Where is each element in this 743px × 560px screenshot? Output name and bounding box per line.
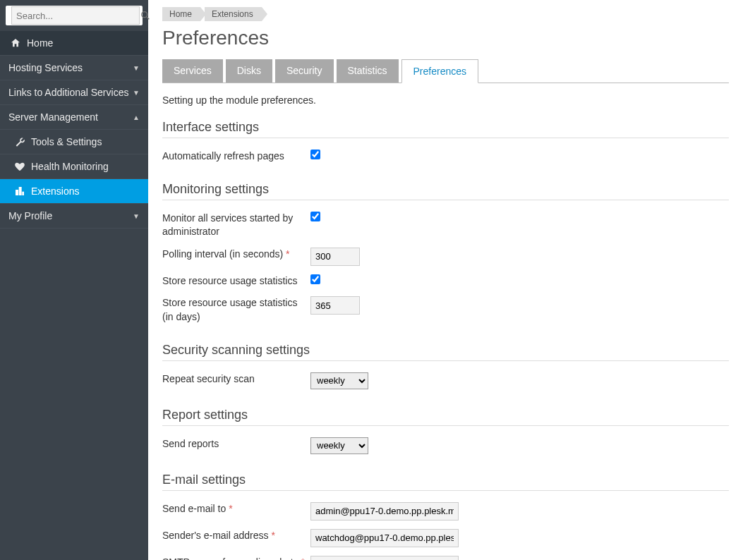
breadcrumb: Home Extensions xyxy=(162,7,729,21)
store-stats-days-input[interactable] xyxy=(310,296,360,315)
row-send-email-to: Send e-mail to * xyxy=(162,498,729,525)
row-polling-interval: Polling interval (in seconds) * xyxy=(162,243,729,270)
polling-interval-input[interactable] xyxy=(310,248,360,266)
sidebar-item-additional-services[interactable]: Links to Additional Services ▼ xyxy=(0,80,148,105)
monitor-all-checkbox[interactable] xyxy=(310,212,320,221)
section-monitoring-title: Monitoring settings xyxy=(162,182,729,200)
monitor-all-label: Monitor all services started by administ… xyxy=(162,212,310,239)
repeat-scan-select[interactable]: weekly xyxy=(310,372,368,389)
row-auto-refresh: Automatically refresh pages xyxy=(162,145,729,168)
row-monitor-all: Monitor all services started by administ… xyxy=(162,207,729,243)
svg-point-0 xyxy=(142,12,147,18)
svg-rect-3 xyxy=(19,187,22,195)
sidebar-item-home[interactable]: Home xyxy=(0,31,148,56)
sidebar-item-my-profile[interactable]: My Profile ▼ xyxy=(0,204,148,229)
chevron-down-icon: ▼ xyxy=(133,89,140,97)
row-store-stats-days: Store resource usage statistics (in days… xyxy=(162,292,729,328)
sidebar-item-tools-settings[interactable]: Tools & Settings xyxy=(0,130,148,154)
search-wrap xyxy=(0,0,148,31)
sidebar-item-label: Server Management xyxy=(8,111,133,123)
sidebar-item-label: Links to Additional Services xyxy=(8,87,133,98)
send-reports-select[interactable]: weekly xyxy=(310,437,368,454)
chevron-up-icon: ▲ xyxy=(133,114,140,121)
sender-email-label: Sender's e-mail address * xyxy=(162,529,310,543)
sidebar-item-health-monitoring[interactable]: Health Monitoring xyxy=(0,154,148,179)
smtp-server-label: SMTP server for sending alerts * xyxy=(162,556,310,560)
search-input[interactable] xyxy=(11,6,140,25)
tab-disks[interactable]: Disks xyxy=(226,59,272,83)
required-asterisk: * xyxy=(271,530,274,541)
row-send-reports: Send reports weekly xyxy=(162,433,729,458)
section-interface-title: Interface settings xyxy=(162,120,729,138)
send-email-to-label: Send e-mail to * xyxy=(162,502,310,516)
row-smtp-server: SMTP server for sending alerts * xyxy=(162,552,729,560)
chevron-down-icon: ▼ xyxy=(133,212,140,220)
send-reports-label: Send reports xyxy=(162,437,310,451)
breadcrumb-extensions[interactable]: Extensions xyxy=(205,7,262,21)
wrench-icon xyxy=(13,136,27,147)
tab-statistics[interactable]: Statistics xyxy=(337,59,399,83)
required-asterisk: * xyxy=(286,248,289,260)
tabs: Services Disks Security Statistics Prefe… xyxy=(162,59,729,83)
row-repeat-scan: Repeat security scan weekly xyxy=(162,368,729,394)
page-description: Setting up the module preferences. xyxy=(162,95,729,106)
store-stats-checkbox[interactable] xyxy=(310,274,320,284)
sidebar-item-label: Home xyxy=(27,37,140,49)
svg-rect-4 xyxy=(22,192,24,195)
sidebar-item-label: Hosting Services xyxy=(8,62,133,73)
polling-interval-label: Polling interval (in seconds) * xyxy=(162,248,310,262)
search-box[interactable] xyxy=(6,6,143,25)
breadcrumb-home[interactable]: Home xyxy=(162,7,200,21)
section-email-title: E-mail settings xyxy=(162,473,729,491)
sidebar-item-label: Health Monitoring xyxy=(31,161,140,172)
row-sender-email: Sender's e-mail address * xyxy=(162,525,729,552)
auto-refresh-label: Automatically refresh pages xyxy=(162,150,310,164)
page-title: Preferences xyxy=(162,27,729,49)
sidebar-item-label: Extensions xyxy=(31,185,140,197)
required-asterisk: * xyxy=(301,556,305,560)
sidebar-item-label: My Profile xyxy=(8,210,133,221)
heartbeat-icon xyxy=(13,161,27,172)
sidebar-item-extensions[interactable]: Extensions xyxy=(0,179,148,204)
svg-rect-2 xyxy=(16,190,18,195)
required-asterisk: * xyxy=(229,503,232,514)
send-email-to-input[interactable] xyxy=(310,502,459,521)
puzzle-icon xyxy=(13,185,27,197)
tab-services[interactable]: Services xyxy=(162,59,223,83)
sidebar-item-label: Tools & Settings xyxy=(31,136,140,147)
sidebar: Home Hosting Services ▼ Links to Additio… xyxy=(0,0,148,560)
section-security-title: Security scanning settings xyxy=(162,343,729,361)
main-content: Home Extensions Preferences Services Dis… xyxy=(148,0,743,560)
smtp-server-input[interactable] xyxy=(310,556,459,560)
sender-email-input[interactable] xyxy=(310,529,459,547)
repeat-scan-label: Repeat security scan xyxy=(162,372,310,386)
section-report-title: Report settings xyxy=(162,408,729,426)
store-stats-label: Store resource usage statistics xyxy=(162,274,310,288)
sidebar-item-server-management[interactable]: Server Management ▲ xyxy=(0,105,148,130)
tab-security[interactable]: Security xyxy=(275,59,334,83)
store-stats-days-label: Store resource usage statistics (in days… xyxy=(162,296,310,324)
chevron-down-icon: ▼ xyxy=(133,64,140,72)
row-store-stats: Store resource usage statistics xyxy=(162,270,729,293)
home-icon xyxy=(8,37,23,49)
sidebar-item-hosting-services[interactable]: Hosting Services ▼ xyxy=(0,56,148,80)
tab-preferences[interactable]: Preferences xyxy=(401,59,478,83)
auto-refresh-checkbox[interactable] xyxy=(310,150,320,159)
